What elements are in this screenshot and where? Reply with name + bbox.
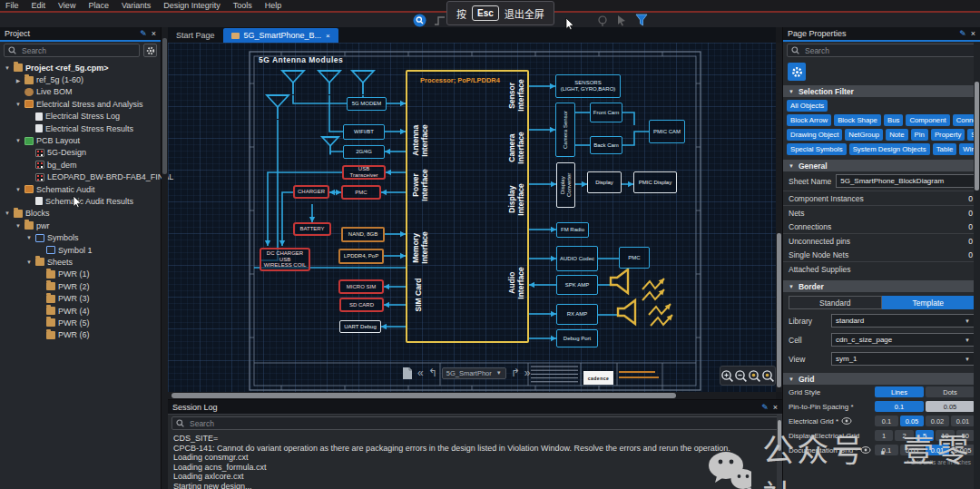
project-panel-scrollbar[interactable]	[162, 27, 168, 489]
previous-sheet-button[interactable]: ↰	[428, 367, 437, 378]
tree-item-symbols[interactable]: ▼Symbols	[2, 231, 161, 243]
block-front-cam[interactable]: Front Cam	[590, 103, 622, 122]
menu-item-variants[interactable]: Variants	[122, 1, 151, 10]
session-search-input[interactable]	[188, 418, 774, 429]
next-sheet-button[interactable]: ↱	[511, 367, 520, 378]
block-sensors[interactable]: SENSORS (LIGHT, GYRO,BARO)	[555, 74, 621, 98]
block-pmc[interactable]: PMC	[619, 247, 650, 269]
block-usb-transceiver[interactable]: USB Transceiver	[342, 165, 386, 180]
canvas-horizontal-scrollbar[interactable]	[168, 392, 776, 399]
session-search-box[interactable]	[172, 416, 779, 430]
block-rx-amp[interactable]: RX AMP	[556, 304, 598, 325]
tree-item-pwr[interactable]: ▼pwr	[2, 220, 161, 231]
block-debug-port[interactable]: Debug Port	[556, 329, 598, 347]
field-dropdown-cell[interactable]: cdn_c_size_page▼	[831, 333, 975, 347]
block-pmc[interactable]: PMC	[341, 185, 381, 200]
project-settings-button[interactable]	[143, 44, 157, 57]
border-mode-standard[interactable]: Standard	[789, 296, 882, 309]
block-micro-sim[interactable]: MICRO SIM	[338, 279, 384, 294]
tree-item-blocks[interactable]: ▼Blocks	[2, 208, 161, 220]
tree-item-pwr-3-[interactable]: PWR (3)	[2, 292, 161, 304]
close-panel-icon[interactable]: ×	[152, 29, 156, 38]
tree-item-bg-dem[interactable]: bg_dem	[2, 159, 161, 171]
sheet-selector-dropdown[interactable]: 5G_SmartPhor ▼	[442, 367, 506, 379]
tree-item-electrical-stress-results[interactable]: Electrical Stress Results	[2, 122, 161, 134]
tree-expand-arrow[interactable]: ▼	[25, 259, 33, 265]
tree-expand-arrow[interactable]: ▼	[15, 138, 22, 143]
close-panel-icon[interactable]: ×	[971, 29, 975, 38]
menu-item-view[interactable]: View	[58, 1, 75, 10]
section-grid[interactable]: ▼ Grid	[783, 373, 980, 385]
menu-item-help[interactable]: Help	[265, 1, 282, 10]
zoom-select-icon[interactable]	[761, 369, 775, 383]
block-audio-codec[interactable]: AUDIO Codec	[556, 246, 598, 271]
pin-panel-icon[interactable]: ✎	[959, 29, 966, 38]
tree-item-schematic-audit[interactable]: ▼Schematic Audit	[2, 183, 161, 195]
filter-chip-all-objects[interactable]: All Objects	[787, 100, 828, 112]
segment-option-0.05[interactable]: 0.05	[926, 401, 975, 412]
tree-item-pwr-4-[interactable]: PWR (4)	[2, 305, 161, 317]
tree-item-live-bom[interactable]: Live BOM	[2, 86, 161, 98]
section-general[interactable]: ▼ General	[783, 160, 980, 171]
filter-chip-drawing-object[interactable]: Drawing Object	[787, 129, 842, 141]
field-dropdown-view[interactable]: sym_1▼	[831, 352, 975, 366]
menu-item-edit[interactable]: Edit	[32, 1, 46, 10]
field-dropdown-library[interactable]: standard▼	[831, 314, 975, 328]
section-border[interactable]: ▼ Border	[783, 280, 980, 292]
menu-item-file[interactable]: File	[5, 1, 19, 10]
segment-option-0.1[interactable]: 0.1	[875, 401, 924, 412]
pin-panel-icon[interactable]: ✎	[140, 29, 147, 38]
pin-icon[interactable]	[597, 15, 609, 26]
tree-item-project-ref-5g-cpm-[interactable]: ▼Project <ref_5g.cpm>	[2, 62, 161, 73]
block-wifi-bt[interactable]: WIFI/BT	[343, 124, 385, 140]
waveform-icon[interactable]	[434, 15, 446, 26]
close-panel-icon[interactable]: ×	[773, 403, 778, 412]
tree-expand-arrow[interactable]: ▼	[15, 223, 22, 229]
block-spk-amp[interactable]: SPK AMP	[556, 275, 598, 295]
filter-chip-property[interactable]: Property	[931, 129, 965, 141]
tree-item-sheets[interactable]: ▼Sheets	[2, 256, 161, 268]
first-sheet-button[interactable]: «	[417, 367, 424, 378]
filter-icon[interactable]	[635, 14, 650, 27]
block-display-converter[interactable]: Display Converter	[556, 162, 575, 208]
menu-item-design-integrity[interactable]: Design Integrity	[163, 1, 220, 10]
filter-chip-table[interactable]: Table	[933, 143, 957, 155]
block-lpddr4-pop[interactable]: LPDDR4, PoP	[338, 249, 384, 264]
tree-expand-arrow[interactable]: ▼	[4, 210, 11, 216]
properties-search-input[interactable]	[803, 45, 972, 56]
tree-item-ref-5g-1-60-[interactable]: ▶ref_5g (1-60)	[2, 73, 161, 85]
zoom-in-icon[interactable]	[720, 369, 734, 383]
tree-item-5g-design[interactable]: 5G-Design	[2, 147, 161, 159]
tree-item-pwr-2-[interactable]: PWR (2)	[2, 280, 161, 292]
tree-expand-arrow[interactable]: ▶	[15, 77, 22, 83]
pin-panel-icon[interactable]: ✎	[761, 403, 769, 412]
block-battery[interactable]: BATTERY	[293, 222, 331, 236]
block-5g-modem[interactable]: 5G MODEM	[347, 97, 387, 111]
block-dc-charger[interactable]: DC CHARGER USB WIRELESS COIL	[260, 248, 310, 271]
properties-settings-button[interactable]	[788, 63, 806, 81]
block-pmic-cam[interactable]: PMIC CAM	[649, 120, 685, 143]
filter-chip-special-symbols[interactable]: Special Symbols	[787, 143, 847, 155]
block-charger[interactable]: CHARGER	[293, 185, 329, 199]
block-nand-8gb[interactable]: NAND, 8GB	[341, 227, 385, 242]
block-display[interactable]: Display	[587, 171, 622, 193]
block-fm-radio[interactable]: FM Radio	[556, 222, 589, 238]
sheet-name-input[interactable]	[836, 174, 975, 188]
schematic-canvas[interactable]: 5G Antenna Modules Processor; PoP/LPDDR4…	[168, 43, 776, 392]
filter-chip-component[interactable]: Component	[906, 114, 949, 126]
project-search-box[interactable]	[4, 44, 140, 57]
menu-item-place[interactable]: Place	[88, 1, 109, 10]
block-pmic-display[interactable]: PMIC Display	[633, 171, 677, 193]
tab-close-icon[interactable]: ×	[326, 32, 330, 40]
block-2g-4g[interactable]: 2G/4G	[343, 145, 385, 159]
tree-item-electrical-stress-and-analysis[interactable]: ▼Electrical Stress and Analysis	[2, 98, 161, 110]
border-mode-template[interactable]: Template	[882, 296, 975, 309]
tree-item-pwr-1-[interactable]: PWR (1)	[2, 269, 161, 280]
tree-item-pwr-5-[interactable]: PWR (5)	[2, 317, 161, 328]
tree-item-leopard-bw-brd-fab4-final[interactable]: LEOPARD_BW-BRD-FAB4_FINAL	[2, 171, 161, 183]
search-icon[interactable]	[413, 14, 426, 27]
segment-option-lines[interactable]: Lines	[875, 386, 924, 397]
segment-option-dots[interactable]: Dots	[926, 386, 975, 397]
tree-expand-arrow[interactable]: ▼	[15, 187, 22, 192]
document-icon[interactable]	[402, 367, 413, 380]
